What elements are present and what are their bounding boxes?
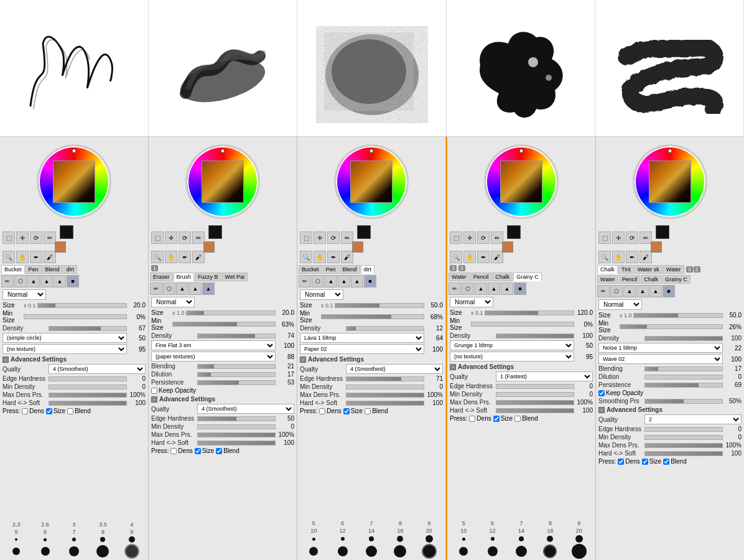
brush-icon-t4[interactable]: 🖌 [491, 251, 503, 263]
quality-select-3[interactable]: 4 (Smoothest) [346, 364, 443, 374]
dot4-8[interactable] [547, 536, 553, 542]
tab-eraser-2[interactable]: Eraser [150, 273, 173, 281]
blend-mode-select-3[interactable]: Normal [300, 289, 343, 300]
press-blend-1[interactable]: Blend [67, 408, 91, 414]
foreground-color-1[interactable] [60, 225, 73, 239]
tab-grainy-sub-5[interactable]: Grainy C [662, 275, 691, 284]
brush-shape-3e[interactable]: ▲ [351, 275, 363, 287]
pen-icon-2[interactable]: ✒ [179, 251, 191, 263]
advanced-toggle-1[interactable]: - [2, 357, 9, 363]
shape-dropdown-1[interactable]: (simple circle) [2, 333, 127, 343]
min-size-slider-2[interactable] [172, 322, 276, 327]
dot4-12[interactable] [488, 546, 498, 556]
lasso-icon-3[interactable]: ⟳ [327, 231, 340, 244]
move-icon-5[interactable]: ✛ [612, 231, 625, 244]
dot3-5[interactable] [312, 538, 315, 541]
zoom-icon[interactable]: 🔍 [2, 251, 15, 263]
pen-icon[interactable]: ✒ [30, 251, 42, 263]
tab-pencil-4[interactable]: Pencil [470, 273, 492, 281]
brush-shape-5b[interactable]: ⬡ [610, 285, 623, 297]
tab-wetpai-2[interactable]: Wet Pai [222, 273, 248, 281]
press-dens-4[interactable]: Dens [469, 415, 491, 422]
tab-blend-3[interactable]: Blend [340, 265, 360, 274]
color-wheel-2[interactable] [185, 144, 260, 219]
shape-dropdown-4[interactable]: Grunge 1 bltmp [450, 340, 574, 350]
brush-shape-2d[interactable]: ▲ [189, 282, 202, 295]
brush-shape-4d[interactable]: ▲ [488, 282, 500, 295]
min-density-slider-2[interactable] [197, 424, 276, 429]
size-slider-1[interactable] [37, 303, 127, 308]
foreground-color-2[interactable] [208, 225, 222, 239]
dot4-6[interactable] [491, 537, 495, 541]
color-square-2[interactable] [202, 161, 244, 203]
color-wheel-1[interactable] [37, 144, 111, 219]
dot3-20-selected[interactable] [422, 544, 437, 559]
noise-dropdown-5[interactable]: Noise 1 bltmp [598, 343, 723, 353]
quality-select-1[interactable]: 4 (Smoothest) [49, 364, 146, 374]
tab-bucket-3[interactable]: Bucket [299, 265, 322, 274]
min-density-slider-3[interactable] [346, 385, 424, 390]
min-density-slider-4[interactable] [496, 392, 574, 397]
background-color-3[interactable] [352, 241, 363, 253]
press-dens-1[interactable]: Dens [22, 408, 44, 414]
zoom-icon-2[interactable]: 🔍 [151, 251, 164, 263]
blending-slider-2[interactable] [197, 364, 276, 369]
hand-icon-3[interactable]: ✋ [314, 251, 326, 263]
brush-shape-3a[interactable]: ✏ [299, 275, 311, 287]
foreground-color-5[interactable] [656, 225, 669, 239]
brush-icon-t5[interactable]: 🖌 [639, 251, 652, 263]
brush-icon-t2[interactable]: 🖌 [192, 251, 205, 263]
selection-icon-4[interactable]: ⬚ [450, 231, 462, 244]
quality-select-4[interactable]: 1 (Fastest) [496, 371, 593, 381]
dot3-9[interactable] [425, 535, 433, 543]
zoom-icon-3[interactable]: 🔍 [300, 251, 312, 263]
pen-icon-4[interactable]: ✒ [477, 251, 490, 263]
press-size-2[interactable]: Size [195, 447, 214, 454]
edge-hardness-slider-2[interactable] [197, 416, 276, 421]
foreground-color-3[interactable] [357, 225, 371, 239]
lasso-icon-5[interactable]: ⟳ [626, 231, 638, 244]
selection-icon-3[interactable]: ⬚ [300, 231, 312, 244]
tab-chalk-5[interactable]: Chalk [597, 265, 618, 274]
density-slider-3[interactable] [346, 326, 424, 331]
edge-hardness-slider-3[interactable] [346, 376, 424, 381]
brush-shape-2c[interactable]: ▲ [176, 282, 188, 295]
brush-shape-icon-1f[interactable]: ■ [67, 275, 79, 287]
texture-dropdown-4[interactable]: (no texture) [450, 352, 574, 362]
brush-shape-3f[interactable]: ■ [364, 275, 376, 287]
eyedropper-icon-4[interactable]: ✏ [491, 231, 503, 244]
tab-brush-2[interactable]: Brush [174, 273, 195, 281]
max-dens-slider-1[interactable] [49, 393, 127, 398]
brush-shape-4b[interactable]: ⬡ [462, 282, 474, 295]
size-slider-3[interactable] [335, 303, 424, 308]
dot3-16[interactable] [394, 545, 406, 558]
tab-dirt-1[interactable]: dirt [63, 265, 78, 274]
hand-icon[interactable]: ✋ [16, 251, 29, 263]
pen-icon-5[interactable]: ✒ [626, 251, 638, 263]
dot3-12[interactable] [338, 546, 348, 556]
min-size-slider-4[interactable] [471, 322, 574, 327]
keep-opacity-check-2[interactable]: Keep Opacity [151, 387, 196, 394]
brush-shape-5a[interactable]: ✏ [597, 285, 610, 297]
dot-8[interactable] [96, 545, 109, 558]
dot-5[interactable] [12, 548, 20, 555]
tab-watersk-5[interactable]: Water sk [635, 265, 663, 274]
min-size-slider-1[interactable] [24, 314, 127, 319]
tab-water-5[interactable]: Water [663, 265, 684, 274]
press-blend-3[interactable]: Blend [365, 408, 388, 414]
brush-icon-t[interactable]: 🖌 [44, 251, 56, 263]
press-blend-4[interactable]: Blend [514, 415, 538, 422]
smoothing-slider-5[interactable] [644, 399, 723, 404]
min-density-slider-5[interactable] [644, 435, 723, 440]
tab-fuzzb-2[interactable]: Fuzzy B [195, 273, 221, 281]
color-wheel-4[interactable] [484, 144, 559, 219]
persistence-slider-5[interactable] [644, 383, 723, 388]
brush-shape-5c[interactable]: ▲ [623, 285, 636, 297]
selection-icon-5[interactable]: ⬚ [598, 231, 611, 244]
brush-shape-4f[interactable]: ■ [514, 282, 526, 295]
move-icon-2[interactable]: ✛ [165, 231, 177, 244]
density-slider-5[interactable] [644, 336, 723, 341]
quality-select-5[interactable]: 2 [644, 414, 742, 424]
tab-pen-1[interactable]: Pen [26, 265, 42, 274]
foreground-color-4[interactable] [507, 225, 521, 239]
